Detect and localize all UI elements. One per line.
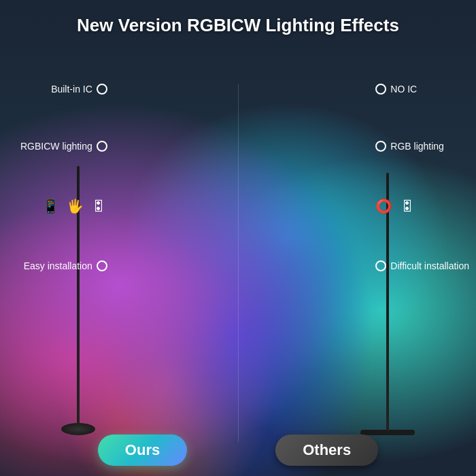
right-feature-labels: NO IC RGB lighting ⭕ 🎛 Difficult install…: [375, 84, 469, 318]
feature-built-in-ic: Built-in IC: [20, 84, 107, 95]
feature-rgb: RGB lighting: [375, 141, 469, 152]
comparison-area: Built-in IC RGBICW lighting 📱 🖐 🎛 Easy i…: [0, 43, 476, 476]
left-lamp-base-circle: [61, 423, 95, 435]
left-lamp-base: [61, 424, 95, 435]
ours-label: Ours: [98, 435, 187, 466]
difficult-install-dot: [375, 260, 386, 271]
feature-icons-left: 📱 🖐 🎛: [20, 198, 107, 214]
difficult-install-label: Difficult installation: [390, 260, 469, 271]
feature-icons-right: ⭕ 🎛: [375, 198, 469, 214]
bottom-labels: Ours Others: [0, 435, 476, 466]
feature-no-ic: NO IC: [375, 84, 469, 95]
easy-install-label: Easy installation: [24, 260, 92, 271]
rgb-dot: [375, 141, 386, 152]
rgb-label: RGB lighting: [390, 141, 444, 152]
built-in-ic-label: Built-in IC: [51, 84, 92, 95]
rgbicw-dot: [97, 141, 107, 152]
no-ic-label: NO IC: [390, 84, 417, 95]
no-ic-dot: [375, 84, 386, 95]
built-in-ic-dot: [97, 84, 107, 95]
rgbicw-label: RGBICW lighting: [20, 141, 92, 152]
main-container: New Version RGBICW Lighting Effects Buil…: [0, 0, 476, 476]
easy-install-dot: [97, 260, 107, 271]
right-icons: ⭕ 🎛: [375, 198, 416, 214]
left-icons: 📱 🖐 🎛: [42, 198, 107, 214]
feature-easy-install: Easy installation: [20, 260, 107, 271]
page-title: New Version RGBICW Lighting Effects: [77, 15, 399, 36]
others-label: Others: [275, 435, 378, 466]
left-feature-labels: Built-in IC RGBICW lighting 📱 🖐 🎛 Easy i…: [20, 84, 107, 318]
feature-difficult-install: Difficult installation: [375, 260, 469, 271]
divider: [238, 84, 239, 442]
feature-rgbicw: RGBICW lighting: [20, 141, 107, 152]
